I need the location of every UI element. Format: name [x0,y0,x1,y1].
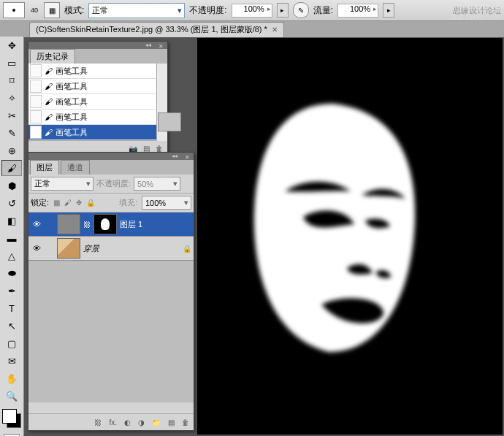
opacity-label: 不透明度: [189,4,226,17]
rectangle-tool-icon[interactable]: ▢ [1,335,22,351]
close-icon[interactable]: ✕ [272,26,278,34]
watermark: PS教程论坛 bbs.16xx8.com [449,3,500,21]
eyedropper-tool-icon[interactable]: ✎ [1,125,22,141]
lock-label: 锁定: [31,197,49,208]
eraser-tool-icon[interactable]: ◧ [1,213,22,229]
layer-thumbnail[interactable] [57,214,80,234]
dodge-tool-icon[interactable]: ⬬ [1,265,22,281]
canvas-viewport[interactable] [197,38,503,435]
opacity-arrow-icon[interactable]: ▸ [277,3,289,18]
marquee-tool-icon[interactable]: ▭ [1,55,22,71]
brush-icon: 🖌 [45,66,53,75]
scrollbar[interactable] [156,64,167,141]
magic-wand-tool-icon[interactable]: ✧ [1,90,22,106]
visibility-icon[interactable]: 👁 [31,220,42,229]
blur-tool-icon[interactable]: △ [1,248,22,264]
flow-input[interactable]: 100% [337,4,378,18]
gradient-tool-icon[interactable]: ▬ [1,230,22,246]
lasso-tool-icon[interactable]: ⌑ [1,72,22,88]
history-item[interactable]: 🖌画笔工具 [28,110,167,125]
layers-tab[interactable]: 图层 [30,160,59,175]
brush-icon: 🖌 [45,82,53,91]
layers-panel: ◂◂✕ 图层 通道 正常 不透明度: 50% 锁定: ▦ 🖌 ✥ 🔒 填充: 1… [28,152,194,431]
brush-icon: 🖌 [45,112,53,121]
trash-icon[interactable]: 🗑 [182,418,189,427]
new-document-icon[interactable]: ▤ [143,145,150,153]
group-icon[interactable]: 📁 [152,418,161,427]
fill-label: 填充: [119,197,137,208]
history-item[interactable]: 🖌画笔工具 [28,64,167,79]
link-icon: ⛓ [83,221,91,229]
document-tab[interactable]: (C)SoftenSkinRetainTexture2.jpg @ 33.3% … [29,22,284,37]
flow-arrow-icon[interactable]: ▸ [383,3,394,18]
document-tab-bar: (C)SoftenSkinRetainTexture2.jpg @ 33.3% … [0,21,504,37]
healing-brush-tool-icon[interactable]: ⊕ [1,142,22,158]
history-item[interactable]: 🖌画笔工具 [28,79,167,94]
blend-mode-select[interactable]: 正常 [88,3,185,18]
fill-input[interactable]: 100% [142,196,191,210]
history-item[interactable]: 🖌画笔工具 [28,94,167,110]
tablet-pressure-opacity-icon[interactable]: ✎ [293,2,309,18]
link-layers-icon[interactable]: ⛓ [94,418,102,427]
layer-thumbnail[interactable] [57,238,80,259]
brush-preset-picker-icon[interactable]: ▦ [44,2,60,18]
tools-panel: ✥ ▭ ⌑ ✧ ✂ ✎ ⊕ 🖌 ⬢ ↺ ◧ ▬ △ ⬬ ✒ T ↖ ▢ ✉ ✋ … [0,37,24,436]
panel-header[interactable]: ◂◂✕ [28,153,194,160]
path-selection-tool-icon[interactable]: ↖ [1,318,22,334]
visibility-icon[interactable]: 👁 [31,244,42,253]
pen-tool-icon[interactable]: ✒ [1,283,22,299]
mode-label: 模式: [64,4,84,17]
lock-position-icon[interactable]: ✥ [76,199,82,207]
document-title: (C)SoftenSkinRetainTexture2.jpg @ 33.3% … [36,24,267,35]
color-swatches[interactable] [2,409,21,428]
layer-mask-icon[interactable]: ◐ [124,418,131,427]
layer-row[interactable]: 👁 ⛓ 图层 1 [28,213,194,237]
history-list: 🖌画笔工具 🖌画笔工具 🖌画笔工具 🖌画笔工具 🖌画笔工具 [28,64,167,140]
lock-transparency-icon[interactable]: ▦ [53,199,60,207]
channels-tab[interactable]: 通道 [61,160,90,175]
notes-tool-icon[interactable]: ✉ [1,353,22,369]
options-bar: 40 ▦ 模式: 正常 不透明度: 100% ▸ ✎ 流量: 100% ▸ 思缘… [0,0,504,21]
flow-label: 流量: [313,4,333,17]
new-snapshot-icon[interactable]: 📷 [129,145,137,153]
layer-name[interactable]: 穿景 [83,243,99,254]
adjustment-layer-icon[interactable]: ◑ [138,418,145,427]
layer-opacity-label: 不透明度: [96,178,131,189]
brush-size-label: 40 [29,7,39,14]
layer-row[interactable]: 👁 穿景 🔒 [28,237,194,261]
mask-thumbnail[interactable] [93,214,117,234]
lock-pixels-icon[interactable]: 🖌 [64,199,72,207]
lock-all-icon[interactable]: 🔒 [86,199,95,207]
layer-style-icon[interactable]: fx. [109,418,117,427]
layer-opacity-input[interactable]: 50% [134,177,180,191]
history-brush-tool-icon[interactable]: ↺ [1,195,22,211]
crop-tool-icon[interactable]: ✂ [1,107,22,123]
history-tab[interactable]: 历史记录 [30,49,75,64]
panel-header[interactable]: ◂◂✕ [28,42,167,49]
zoom-tool-icon[interactable]: 🔍 [1,388,22,404]
history-panel: ◂◂✕ 历史记录 🖌画笔工具 🖌画笔工具 🖌画笔工具 🖌画笔工具 🖌画笔工具 📷… [28,41,168,156]
layers-list: 👁 ⛓ 图层 1 👁 穿景 🔒 [28,213,194,402]
lock-icon: 🔒 [183,245,191,253]
brush-preview[interactable] [3,2,25,18]
trash-icon[interactable]: 🗑 [156,145,163,153]
brush-icon: 🖌 [45,128,53,137]
brush-tool-icon[interactable]: 🖌 [1,160,22,176]
brush-icon: 🖌 [45,97,53,106]
new-layer-icon[interactable]: ▤ [168,418,175,427]
history-item-current[interactable]: 🖌画笔工具 [28,125,167,140]
layer-blend-mode-select[interactable]: 正常 [31,177,93,191]
opacity-input[interactable]: 100% [232,4,272,18]
move-tool-icon[interactable]: ✥ [1,37,22,53]
type-tool-icon[interactable]: T [1,300,22,316]
mask-artwork [234,96,431,359]
layer-name[interactable]: 图层 1 [120,219,142,230]
hand-tool-icon[interactable]: ✋ [1,370,22,386]
clone-stamp-tool-icon[interactable]: ⬢ [1,177,22,194]
